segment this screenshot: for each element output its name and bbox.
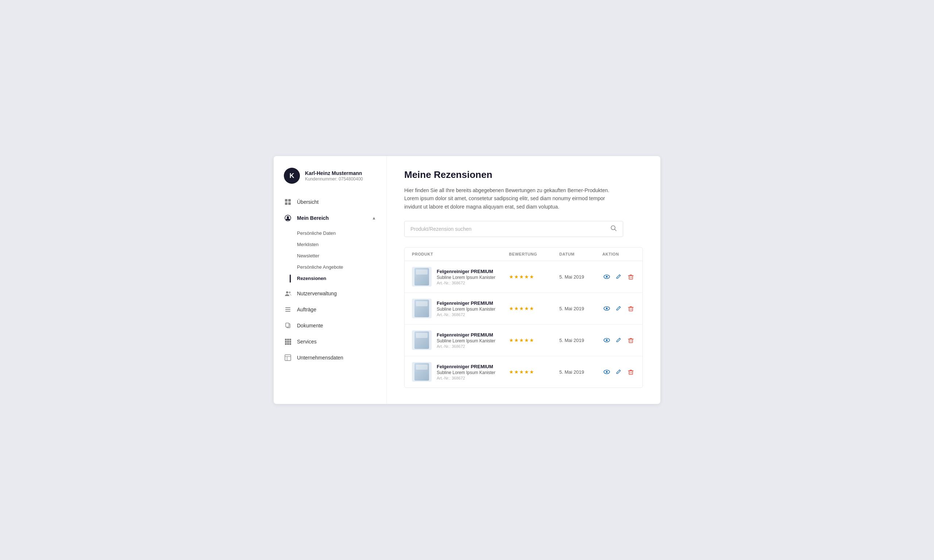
table-row: Felgenreiniger PREMIUM Subline Lorem Ips… [405, 325, 643, 356]
product-name: Felgenreiniger PREMIUM [437, 364, 495, 369]
user-circle-icon [284, 214, 292, 222]
svg-rect-34 [629, 307, 633, 311]
sidebar-item-auftraege[interactable]: Aufträge [274, 302, 386, 318]
edit-button[interactable] [614, 367, 623, 377]
svg-rect-44 [629, 371, 633, 374]
sidebar-item-dokumente[interactable]: Dokumente [274, 318, 386, 334]
action-cell [603, 303, 635, 314]
copy-icon [284, 322, 292, 329]
sidebar-item-unternehmensdaten[interactable]: Unternehmensdaten [274, 350, 386, 366]
sidebar-item-uebersicht[interactable]: Übersicht [274, 194, 386, 210]
user-info: K Karl-Heinz Mustermann Kundennummer: 07… [274, 168, 386, 194]
product-art: Art.-Nr.: 368672 [437, 281, 495, 285]
sidebar-item-services-label: Services [297, 339, 317, 345]
svg-point-33 [606, 308, 607, 309]
sidebar-item-persoenliche-daten[interactable]: Persönliche Daten [274, 228, 386, 239]
svg-rect-21 [289, 343, 291, 345]
sub-nav-mein-bereich: Persönliche Daten Merklisten Newsletter … [274, 226, 386, 285]
chevron-up-icon: ▲ [372, 215, 376, 221]
delete-button[interactable] [627, 335, 635, 345]
product-info: Felgenreiniger PREMIUM Subline Lorem Ips… [437, 300, 495, 317]
sidebar-item-rezensionen[interactable]: Rezensionen [274, 273, 386, 284]
svg-rect-2 [285, 202, 288, 205]
review-date: 5. Mai 2019 [559, 274, 600, 280]
svg-rect-12 [286, 323, 289, 327]
product-image [412, 298, 432, 318]
user-details: Karl-Heinz Mustermann Kundennummer: 0754… [305, 170, 363, 182]
sidebar-item-unternehmensdaten-label: Unternehmensdaten [297, 355, 343, 361]
product-name: Felgenreiniger PREMIUM [437, 300, 495, 306]
product-image [412, 330, 432, 350]
user-customer-number: Kundennummer: 0754800400 [305, 177, 363, 182]
product-cell: Felgenreiniger PREMIUM Subline Lorem Ips… [412, 362, 506, 382]
star-rating: ★★★★★ [509, 306, 556, 311]
product-image [412, 362, 432, 382]
svg-rect-20 [287, 343, 289, 345]
delete-button[interactable] [627, 272, 635, 282]
avatar: K [284, 168, 300, 184]
sidebar-item-nutzerverwaltung[interactable]: Nutzerverwaltung [274, 285, 386, 302]
action-cell [603, 367, 635, 377]
table-header: PRODUKT BEWERTUNG DATUM AKTION [405, 248, 643, 261]
edit-button[interactable] [614, 335, 623, 345]
product-art: Art.-Nr.: 368672 [437, 312, 495, 317]
delete-button[interactable] [627, 303, 635, 314]
svg-rect-13 [285, 339, 287, 340]
reviews-table: PRODUKT BEWERTUNG DATUM AKTION Felgenrei… [404, 247, 643, 388]
svg-rect-18 [289, 341, 291, 343]
svg-point-43 [606, 371, 607, 373]
view-button[interactable] [603, 367, 611, 377]
svg-rect-14 [287, 339, 289, 340]
product-sub: Subline Lorem Ipsum Kanister [437, 338, 495, 343]
view-button[interactable] [603, 303, 611, 314]
view-button[interactable] [603, 272, 611, 282]
list-icon [284, 306, 292, 314]
delete-button[interactable] [627, 367, 635, 377]
svg-rect-10 [285, 311, 290, 312]
svg-rect-39 [629, 339, 633, 343]
sidebar-item-persoenliche-angebote[interactable]: Persönliche Angebote [274, 262, 386, 273]
sidebar-item-services[interactable]: Services [274, 334, 386, 350]
product-art: Art.-Nr.: 368672 [437, 344, 495, 349]
sidebar-item-dokumente-label: Dokumente [297, 323, 323, 328]
edit-button[interactable] [614, 272, 623, 282]
product-sub: Subline Lorem Ipsum Kanister [437, 307, 495, 312]
sidebar-item-nutzerverwaltung-label: Nutzerverwaltung [297, 291, 337, 296]
table-row: Felgenreiniger PREMIUM Subline Lorem Ips… [405, 261, 643, 293]
col-aktion: AKTION [603, 252, 635, 256]
svg-rect-17 [287, 341, 289, 343]
sidebar-nav: Übersicht Mein Bereich ▲ Persönliche Dat… [274, 194, 386, 366]
svg-rect-1 [288, 199, 291, 202]
sidebar: K Karl-Heinz Mustermann Kundennummer: 07… [274, 156, 387, 404]
svg-rect-15 [289, 339, 291, 340]
edit-button[interactable] [614, 303, 623, 314]
col-bewertung: BEWERTUNG [509, 252, 556, 256]
sidebar-item-uebersicht-label: Übersicht [297, 199, 319, 205]
sidebar-item-auftraege-label: Aufträge [297, 307, 316, 312]
product-image [412, 267, 432, 286]
product-cell: Felgenreiniger PREMIUM Subline Lorem Ips… [412, 298, 506, 318]
svg-rect-29 [629, 275, 633, 279]
col-produkt: PRODUKT [412, 252, 506, 256]
sidebar-item-newsletter[interactable]: Newsletter [274, 250, 386, 262]
grid-icon [284, 198, 292, 206]
col-datum: DATUM [559, 252, 600, 256]
sidebar-item-mein-bereich-label: Mein Bereich [297, 215, 329, 221]
view-button[interactable] [603, 335, 611, 345]
sidebar-item-merklisten[interactable]: Merklisten [274, 239, 386, 250]
product-sub: Subline Lorem Ipsum Kanister [437, 275, 495, 280]
product-info: Felgenreiniger PREMIUM Subline Lorem Ips… [437, 332, 495, 349]
product-cell: Felgenreiniger PREMIUM Subline Lorem Ips… [412, 330, 506, 350]
search-input[interactable] [410, 226, 610, 232]
svg-rect-22 [285, 355, 291, 361]
svg-point-38 [606, 339, 607, 341]
sidebar-item-mein-bereich[interactable]: Mein Bereich ▲ [274, 210, 386, 226]
svg-rect-3 [288, 202, 291, 205]
user-name: Karl-Heinz Mustermann [305, 170, 363, 177]
review-date: 5. Mai 2019 [559, 306, 600, 311]
svg-rect-16 [285, 341, 287, 343]
product-cell: Felgenreiniger PREMIUM Subline Lorem Ips… [412, 267, 506, 286]
svg-rect-19 [285, 343, 287, 345]
main-content: Meine Rezensionen Hier finden Sie all Ih… [387, 156, 660, 404]
users-icon [284, 289, 292, 297]
